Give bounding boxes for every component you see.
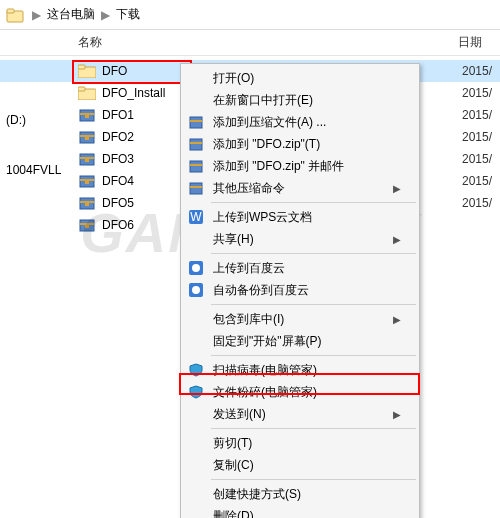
svg-rect-23 — [85, 225, 89, 228]
archive-icon — [78, 173, 96, 189]
menu-item[interactable]: 删除(D) — [183, 505, 417, 518]
archive-icon — [78, 129, 96, 145]
menu-item-label: 创建快捷方式(S) — [213, 486, 301, 503]
shield-icon — [188, 384, 204, 400]
menu-item[interactable]: 发送到(N)▶ — [183, 403, 417, 425]
menu-item[interactable]: 文件粉碎(电脑管家) — [183, 381, 417, 403]
menu-separator — [211, 304, 416, 305]
menu-item-label: 扫描病毒(电脑管家) — [213, 362, 317, 379]
menu-item[interactable]: 扫描病毒(电脑管家) — [183, 359, 417, 381]
menu-item[interactable]: 自动备份到百度云 — [183, 279, 417, 301]
svg-rect-10 — [80, 135, 94, 137]
breadcrumb[interactable]: ▶ 这台电脑 ▶ 下载 — [0, 0, 500, 30]
archive-icon — [188, 158, 204, 174]
svg-rect-26 — [190, 139, 202, 150]
baidu-icon — [188, 260, 204, 276]
menu-item[interactable]: 创建快捷方式(S) — [183, 483, 417, 505]
svg-text:W: W — [190, 210, 202, 224]
chevron-right-icon: ▶ — [30, 8, 43, 22]
svg-rect-20 — [85, 203, 89, 206]
archive-icon — [78, 195, 96, 211]
shield-icon — [188, 362, 204, 378]
menu-item-label: 打开(O) — [213, 70, 254, 87]
svg-rect-8 — [85, 115, 89, 118]
svg-rect-31 — [190, 186, 202, 188]
chevron-right-icon: ▶ — [393, 314, 401, 325]
file-date: 2015/ — [462, 130, 496, 144]
chevron-right-icon: ▶ — [393, 234, 401, 245]
column-date[interactable]: 日期 — [458, 34, 498, 51]
svg-point-37 — [192, 286, 200, 294]
menu-item[interactable]: 打开(O) — [183, 67, 417, 89]
menu-item-label: 上传到百度云 — [213, 260, 285, 277]
file-date: 2015/ — [462, 196, 496, 210]
folder-nav-icon — [6, 6, 24, 24]
menu-item[interactable]: 复制(C) — [183, 454, 417, 476]
menu-item-label: 添加到 "DFO.zip" 并邮件 — [213, 158, 344, 175]
archive-icon — [78, 151, 96, 167]
menu-item[interactable]: 添加到 "DFO.zip" 并邮件 — [183, 155, 417, 177]
svg-rect-28 — [190, 161, 202, 172]
menu-item-label: 共享(H) — [213, 231, 254, 248]
menu-item-label: 添加到压缩文件(A) ... — [213, 114, 326, 131]
context-menu[interactable]: 打开(O)在新窗口中打开(E)添加到压缩文件(A) ...添加到 "DFO.zi… — [180, 63, 420, 518]
menu-item-label: 文件粉碎(电脑管家) — [213, 384, 317, 401]
menu-item[interactable]: W上传到WPS云文档 — [183, 206, 417, 228]
svg-rect-1 — [7, 9, 14, 13]
menu-item[interactable]: 添加到 "DFO.zip"(T) — [183, 133, 417, 155]
breadcrumb-pc[interactable]: 这台电脑 — [43, 6, 99, 23]
menu-item[interactable]: 固定到"开始"屏幕(P) — [183, 330, 417, 352]
file-date: 2015/ — [462, 152, 496, 166]
menu-item-label: 剪切(T) — [213, 435, 252, 452]
archive-icon — [78, 217, 96, 233]
menu-item-label: 固定到"开始"屏幕(P) — [213, 333, 322, 350]
file-date: 2015/ — [462, 108, 496, 122]
menu-item[interactable]: 包含到库中(I)▶ — [183, 308, 417, 330]
file-date: 2015/ — [462, 64, 496, 78]
folder-icon — [78, 63, 96, 79]
breadcrumb-downloads[interactable]: 下载 — [112, 6, 144, 23]
menu-separator — [211, 253, 416, 254]
chevron-right-icon: ▶ — [393, 183, 401, 194]
menu-item[interactable]: 其他压缩命令▶ — [183, 177, 417, 199]
svg-rect-22 — [80, 223, 94, 225]
menu-separator — [211, 202, 416, 203]
menu-item-label: 复制(C) — [213, 457, 254, 474]
menu-separator — [211, 428, 416, 429]
svg-rect-16 — [80, 179, 94, 181]
menu-item[interactable]: 共享(H)▶ — [183, 228, 417, 250]
menu-item[interactable]: 剪切(T) — [183, 432, 417, 454]
menu-item-label: 添加到 "DFO.zip"(T) — [213, 136, 320, 153]
menu-item-label: 上传到WPS云文档 — [213, 209, 312, 226]
chevron-right-icon: ▶ — [393, 409, 401, 420]
column-header[interactable]: 名称 日期 — [0, 30, 500, 56]
folder-icon — [78, 85, 96, 101]
file-date: 2015/ — [462, 86, 496, 100]
menu-item-label: 删除(D) — [213, 508, 254, 519]
svg-rect-24 — [190, 117, 202, 128]
svg-rect-19 — [80, 201, 94, 203]
menu-item[interactable]: 添加到压缩文件(A) ... — [183, 111, 417, 133]
menu-item-label: 包含到库中(I) — [213, 311, 284, 328]
menu-item[interactable]: 上传到百度云 — [183, 257, 417, 279]
svg-rect-14 — [85, 159, 89, 162]
chevron-right-icon: ▶ — [99, 8, 112, 22]
svg-rect-30 — [190, 183, 202, 194]
file-date: 2015/ — [462, 174, 496, 188]
svg-rect-5 — [78, 87, 85, 91]
svg-rect-7 — [80, 113, 94, 115]
svg-point-35 — [192, 264, 200, 272]
archive-icon — [78, 107, 96, 123]
menu-item[interactable]: 在新窗口中打开(E) — [183, 89, 417, 111]
svg-rect-29 — [190, 164, 202, 166]
archive-icon — [188, 136, 204, 152]
svg-rect-13 — [80, 157, 94, 159]
menu-item-label: 自动备份到百度云 — [213, 282, 309, 299]
baidu-icon — [188, 282, 204, 298]
column-name[interactable]: 名称 — [78, 34, 458, 51]
menu-item-label: 在新窗口中打开(E) — [213, 92, 313, 109]
menu-separator — [211, 355, 416, 356]
svg-rect-3 — [78, 65, 85, 69]
menu-separator — [211, 479, 416, 480]
archive-icon — [188, 114, 204, 130]
